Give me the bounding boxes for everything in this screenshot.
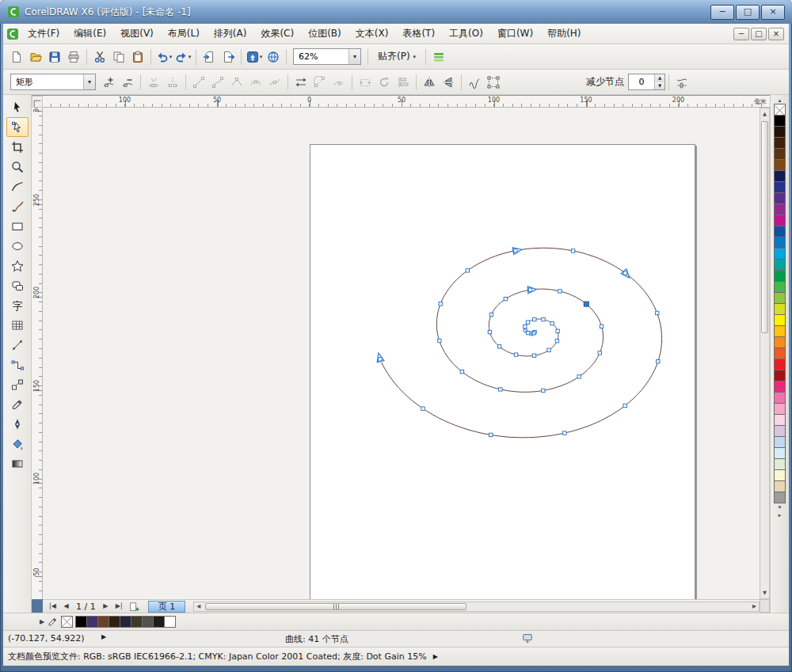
polygon-tool[interactable] [6,256,29,275]
document-color-swatch[interactable] [153,616,165,628]
spinner-up-icon[interactable]: ▲ [655,74,664,82]
color-swatch[interactable] [774,414,786,426]
add-node-button[interactable] [99,73,118,92]
freehand-tool[interactable] [6,177,29,196]
cusp-node-button[interactable] [227,73,246,92]
previous-page-button[interactable]: ◀ [59,601,73,613]
stretch-nodes-button[interactable] [356,73,375,92]
document-color-swatch[interactable] [120,616,131,628]
color-swatch[interactable] [774,215,786,226]
paste-button[interactable] [128,47,147,66]
color-swatch[interactable] [774,270,786,282]
color-swatch[interactable] [774,226,786,237]
export-button[interactable] [219,47,238,66]
color-eyedropper-tool[interactable] [6,394,29,414]
save-button[interactable] [45,47,64,66]
color-swatch[interactable] [774,115,786,127]
horizontal-scroll-thumb[interactable] [205,603,466,610]
curve-smoothness-button[interactable] [672,73,691,92]
menu-window[interactable]: 窗口(W) [490,24,540,44]
color-swatch[interactable] [774,259,786,271]
color-swatch[interactable] [774,370,786,382]
document-color-swatch[interactable] [109,616,120,628]
connector-tool[interactable] [6,355,29,374]
menu-help[interactable]: 帮助(H) [540,24,588,44]
chevron-down-icon[interactable]: ▾ [348,49,360,64]
align-nodes-button[interactable] [394,73,413,92]
options-button[interactable] [429,47,448,66]
elastic-mode-button[interactable] [465,73,484,92]
document-color-swatch[interactable] [86,616,98,628]
color-swatch[interactable] [774,436,786,448]
color-swatch[interactable] [774,381,786,393]
first-page-button[interactable]: |◀ [46,601,59,613]
chevron-down-icon[interactable]: ▾ [83,74,95,89]
text-tool[interactable]: 字 [6,295,29,315]
color-swatch[interactable] [774,170,786,182]
rectangle-tool[interactable] [6,216,29,236]
interactive-fill-tool[interactable] [6,454,29,473]
menu-file[interactable]: 文件(F) [21,24,67,44]
document-color-swatch[interactable] [97,616,109,628]
menu-table[interactable]: 表格(T) [395,24,442,44]
no-color-swatch[interactable] [774,104,786,116]
color-swatch[interactable] [774,392,786,404]
drawing-canvas[interactable] [43,108,760,599]
spinner-down-icon[interactable]: ▼ [655,82,664,90]
artistic-media-tool[interactable] [6,196,29,216]
reverse-direction-button[interactable] [291,73,310,92]
reduce-nodes-spinner[interactable]: 0 ▲▼ [628,74,665,90]
blend-tool[interactable] [6,374,29,394]
color-swatch[interactable] [774,359,786,370]
minimize-button[interactable]: − [710,5,734,20]
import-button[interactable] [200,47,219,66]
color-swatch[interactable] [774,469,786,481]
symmetrical-node-button[interactable] [265,73,284,92]
document-color-swatch[interactable] [142,616,154,628]
close-curve-button[interactable] [310,73,329,92]
menu-bitmaps[interactable]: 位图(B) [301,24,348,44]
last-page-button[interactable]: ▶| [112,601,126,613]
no-color-swatch[interactable] [61,616,73,628]
close-button[interactable]: × [761,5,785,20]
page-tab[interactable]: 页 1 [148,601,186,613]
color-swatch[interactable] [774,458,786,470]
palette-scroll-down-arrow[interactable]: ▾ [779,503,782,511]
table-tool[interactable] [6,315,29,335]
maximize-button[interactable]: □ [736,5,760,20]
new-document-button[interactable] [7,47,26,66]
smooth-node-button[interactable] [246,73,265,92]
rotate-skew-nodes-button[interactable] [375,73,394,92]
preset-combo[interactable]: 矩形 ▾ [10,74,96,90]
horizontal-ruler[interactable]: 10050050100150200 毫米 [43,96,770,108]
document-minimize-button[interactable]: − [733,28,749,40]
palette-flyout-arrow[interactable]: ▸ [779,511,782,519]
corel-connect-button[interactable] [264,47,283,66]
color-swatch[interactable] [774,248,786,260]
menu-view[interactable]: 视图(V) [113,24,161,44]
menu-effects[interactable]: 效果(C) [253,24,301,44]
status-flyout-arrow[interactable]: ▶ [101,633,106,640]
delete-node-button[interactable] [118,73,137,92]
menu-tools[interactable]: 工具(O) [442,24,490,44]
basic-shapes-tool[interactable] [6,275,29,295]
undo-button[interactable]: ▾ [154,47,173,66]
color-swatch[interactable] [774,480,786,492]
break-curve-button[interactable] [163,73,182,92]
color-swatch[interactable] [774,492,786,503]
shape-tool[interactable] [6,117,29,137]
ruler-origin-button[interactable] [32,96,43,108]
document-restore-button[interactable]: □ [751,28,767,40]
select-all-nodes-button[interactable] [484,73,503,92]
color-swatch[interactable] [774,325,786,337]
menu-text[interactable]: 文本(X) [348,24,396,44]
color-swatch[interactable] [774,425,786,437]
vertical-scrollbar[interactable]: ▲ ▼ [760,108,770,599]
color-swatch[interactable] [774,303,786,315]
color-swatch[interactable] [774,292,786,304]
redo-button[interactable]: ▾ [173,47,192,66]
zoom-tool[interactable] [6,157,29,177]
color-swatch[interactable] [774,336,786,348]
color-swatch[interactable] [774,181,786,193]
document-color-swatch[interactable] [75,616,87,628]
